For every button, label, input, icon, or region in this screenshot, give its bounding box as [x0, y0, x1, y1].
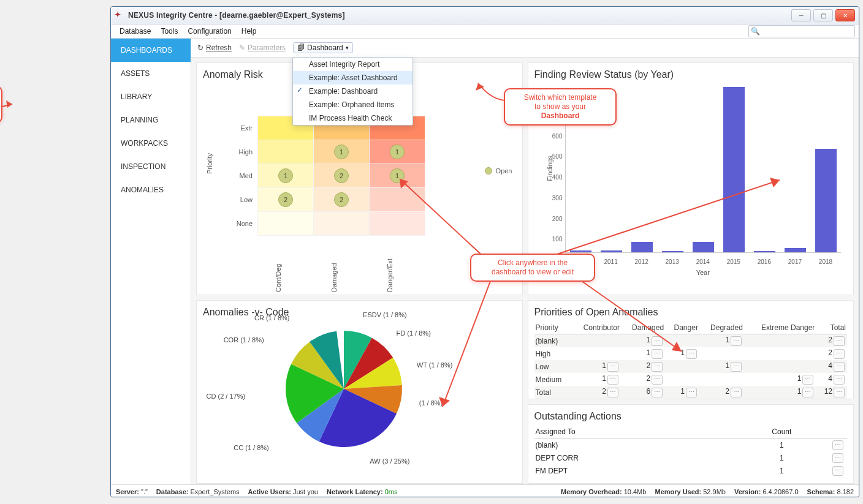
titlebar: ✦ NEXUS Integrity Centre - [dearne.gaebl…: [111, 7, 859, 24]
window-title: NEXUS Integrity Centre - [dearne.gaebler…: [128, 11, 789, 20]
search-box: 🔍: [748, 25, 855, 37]
callout-switch: Switch which template to show as your Da…: [504, 88, 617, 126]
maximize-button[interactable]: ▢: [813, 9, 833, 21]
priorities-table: PriorityContributorDamagedDangerDegraded…: [534, 322, 848, 399]
card-outstanding-actions[interactable]: Outstanding Actions Assigned ToCount(bla…: [528, 404, 854, 484]
dd-item[interactable]: IM Process Health Check: [293, 111, 412, 125]
card-title: Anomalies -v- Code: [203, 307, 516, 318]
dd-item[interactable]: Example: Orphaned Items: [293, 98, 412, 111]
sidebar-item-assets[interactable]: ASSETS: [111, 62, 191, 85]
refresh-button[interactable]: ↻ Refresh: [197, 43, 232, 52]
refresh-icon: ↻: [197, 43, 203, 52]
app-window: ✦ NEXUS Integrity Centre - [dearne.gaebl…: [110, 6, 859, 497]
close-button[interactable]: ✕: [835, 9, 855, 21]
card-title: Finding Review Status (by Year): [534, 69, 848, 80]
menu-help[interactable]: Help: [237, 26, 262, 37]
dashboard-dropdown[interactable]: 🗐 Dashboard ▾: [293, 42, 353, 53]
search-input[interactable]: [748, 25, 855, 37]
dashboard-content[interactable]: Anomaly Risk Priority AnExtrHigh11Med121…: [191, 58, 859, 484]
menu-tools[interactable]: Tools: [156, 26, 183, 37]
actions-table: Assigned ToCount(blank)1⋯DEPT CORR1⋯FM D…: [534, 426, 848, 477]
dashboard-dropdown-label: Dashboard: [307, 43, 343, 52]
parameters-button[interactable]: ✎ Parameters: [239, 43, 286, 52]
clipboard-icon: 🗐: [297, 43, 305, 52]
legend-dot-icon: [485, 167, 492, 175]
pencil-icon: ✎: [239, 43, 245, 52]
svg-marker-1: [6, 100, 12, 108]
menu-database[interactable]: Database: [115, 26, 156, 37]
dd-item[interactable]: ✓Example: Dashboard: [293, 85, 412, 98]
arrow-welcome: [0, 98, 25, 122]
sidebar-item-workpacks[interactable]: WORKPACKS: [111, 132, 191, 155]
sidebar: DASHBOARDS ASSETS LIBRARY PLANNING WORKP…: [111, 39, 191, 484]
card-anomalies-code[interactable]: Anomalies -v- Code ESDV (1 / 8%)FD (1 / …: [196, 300, 523, 484]
sidebar-item-dashboards[interactable]: DASHBOARDS: [111, 39, 191, 62]
dd-item[interactable]: Asset Integrity Report: [293, 58, 412, 71]
sidebar-item-library[interactable]: LIBRARY: [111, 85, 191, 108]
check-icon: ✓: [297, 86, 303, 94]
menubar: Database Tools Configuration Help 🔍: [111, 24, 859, 39]
card-title: Priorities of Open Anomalies: [534, 307, 848, 318]
dd-item[interactable]: Example: Asset Dashboard: [293, 71, 412, 85]
sidebar-item-planning[interactable]: PLANNING: [111, 108, 191, 132]
statusbar: Server: "." Database: Expert_Systems Act…: [111, 484, 859, 497]
callout-welcome: WELCOME renamed to DASHBOARDS: [0, 86, 2, 123]
dashboard-dropdown-menu: Asset Integrity Report Example: Asset Da…: [292, 57, 413, 126]
card-title: Outstanding Actions: [534, 411, 848, 422]
sidebar-item-inspection[interactable]: INSPECTION: [111, 155, 191, 178]
menu-configuration[interactable]: Configuration: [183, 26, 236, 37]
toolbar: ↻ Refresh ✎ Parameters 🗐 Dashboard ▾: [191, 39, 859, 58]
search-icon: 🔍: [751, 27, 760, 36]
pie-chart: ESDV (1 / 8%)FD (1 / 8%)WT (1 / 8%)(1 / …: [203, 322, 516, 481]
chevron-down-icon: ▾: [346, 45, 349, 51]
minimize-button[interactable]: ─: [791, 9, 811, 21]
callout-click: Click anywhere in the dashboard to view …: [470, 254, 595, 282]
risk-legend: Open: [485, 167, 512, 175]
sidebar-item-anomalies[interactable]: ANOMALIES: [111, 178, 191, 201]
app-icon: ✦: [115, 10, 124, 20]
card-priorities[interactable]: Priorities of Open Anomalies PriorityCon…: [528, 300, 854, 399]
